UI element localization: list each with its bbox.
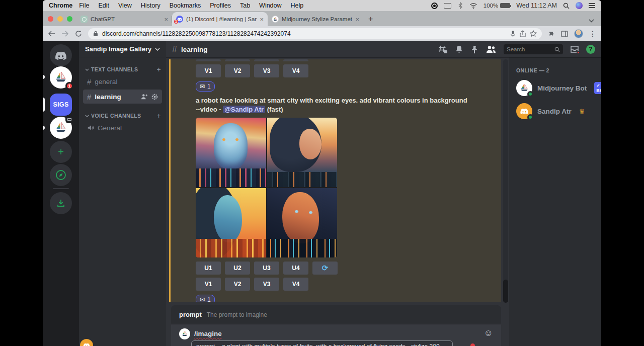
envelope-reaction[interactable]: ✉ 1 xyxy=(196,81,215,92)
discord-home-button[interactable] xyxy=(50,44,72,66)
server-header[interactable]: Sandip Image Gallery Se... xyxy=(79,41,166,57)
screen-record-icon[interactable] xyxy=(431,3,438,9)
search-input[interactable] xyxy=(507,46,552,52)
create-channel-button[interactable]: + xyxy=(156,112,161,120)
spotlight-icon[interactable] xyxy=(563,3,570,9)
browser-menu-kebab-icon[interactable]: ⋮ xyxy=(589,30,596,38)
fullscreen-window-button[interactable] xyxy=(67,16,72,22)
emoji-picker-button[interactable]: ☺ xyxy=(484,328,493,337)
inbox-button[interactable] xyxy=(570,45,579,53)
browser-profile-avatar[interactable] xyxy=(574,29,583,38)
option-value[interactable]: a plant with multiple types of fruits, w… xyxy=(222,343,439,346)
grid-image-2[interactable] xyxy=(267,118,338,187)
member-row-midjourney-bot[interactable]: Midjourney Bot ✓ BOT xyxy=(516,79,597,97)
add-server-button[interactable]: + xyxy=(50,141,72,163)
v4-button[interactable]: V4 xyxy=(283,278,308,291)
sidebar-channel-general[interactable]: # general xyxy=(83,74,162,89)
control-center-icon[interactable] xyxy=(589,3,595,8)
side-panel-icon[interactable] xyxy=(561,31,568,37)
close-icon[interactable]: × xyxy=(355,16,359,23)
sidebar-channel-learning[interactable]: # learning xyxy=(83,90,162,104)
menu-window[interactable]: Window xyxy=(259,2,281,9)
search-box[interactable] xyxy=(504,44,563,54)
explore-servers-button[interactable] xyxy=(50,164,72,186)
notifications-bell-icon[interactable] xyxy=(455,45,463,54)
help-button[interactable]: ? xyxy=(586,45,595,54)
bookmark-star-icon[interactable] xyxy=(530,30,537,37)
bluetooth-icon[interactable] xyxy=(457,2,463,9)
prompt-option-field[interactable]: prompt a plant with multiple types of fr… xyxy=(191,340,453,346)
menu-app-name[interactable]: Chrome xyxy=(49,2,72,9)
tab-search-chevron-icon[interactable] xyxy=(589,19,594,23)
gear-icon[interactable] xyxy=(151,94,158,100)
chat-messages-area[interactable]: V1 V2 V3 V4 ✉ 1 xyxy=(166,57,509,346)
back-icon[interactable] xyxy=(48,31,55,37)
pinned-messages-icon[interactable] xyxy=(470,45,478,54)
close-window-button[interactable] xyxy=(48,16,53,22)
midjourney-image-grid[interactable] xyxy=(196,118,337,257)
v2-button[interactable]: V2 xyxy=(225,278,250,291)
extensions-puzzle-icon[interactable] xyxy=(548,30,555,37)
u2-button[interactable]: U2 xyxy=(225,262,250,275)
v3-button[interactable]: V3 xyxy=(254,278,279,291)
menu-edit[interactable]: Edit xyxy=(98,2,109,9)
v1-button[interactable]: V1 xyxy=(196,278,221,291)
invite-people-icon[interactable] xyxy=(141,94,148,100)
slash-command-autocomplete[interactable]: prompt The prompt to imagine xyxy=(171,305,501,324)
tab-chatgpt[interactable]: ChatGPT × xyxy=(76,12,172,26)
menu-profiles[interactable]: Profiles xyxy=(210,2,231,9)
close-icon[interactable]: × xyxy=(164,16,168,23)
grid-image-4[interactable] xyxy=(267,188,338,257)
new-tab-button[interactable]: + xyxy=(368,15,373,24)
text-channels-section[interactable]: TEXT CHANNELS + xyxy=(79,65,166,73)
download-apps-button[interactable] xyxy=(50,192,72,214)
member-row-sandip-atr[interactable]: Sandip Atr ♛ xyxy=(516,103,597,120)
menu-help[interactable]: Help xyxy=(291,2,304,9)
server-sailboat-1[interactable]: 1 xyxy=(50,66,72,89)
chat-scrollbar-track[interactable] xyxy=(503,59,508,303)
grid-image-3[interactable] xyxy=(196,188,266,257)
slash-command-text[interactable]: /imagine xyxy=(194,330,222,337)
envelope-reaction[interactable]: ✉ 1 xyxy=(196,295,215,302)
voice-channels-section[interactable]: VOICE CHANNELS + xyxy=(79,112,166,120)
menu-view[interactable]: View xyxy=(118,2,132,9)
tab-discord[interactable]: 1 (1) Discord | #learning | Sandi × xyxy=(172,12,268,26)
siri-icon[interactable] xyxy=(576,2,583,9)
wifi-icon[interactable] xyxy=(469,3,477,9)
share-icon[interactable] xyxy=(520,30,526,37)
message-input-bar[interactable]: /imagine ☺ prompt a plant with multiple … xyxy=(171,324,501,346)
v2-button[interactable]: V2 xyxy=(225,64,250,77)
u4-button[interactable]: U4 xyxy=(283,262,308,275)
menu-file[interactable]: File xyxy=(79,2,89,9)
microphone-icon[interactable] xyxy=(510,30,516,37)
v1-button[interactable]: V1 xyxy=(196,64,221,77)
url-text[interactable]: discord.com/channels/1128282250098778123… xyxy=(102,30,506,37)
battery-indicator[interactable]: 100% xyxy=(484,3,510,9)
u1-button[interactable]: U1 xyxy=(196,262,221,275)
sidebar-voice-general[interactable]: General xyxy=(83,121,162,135)
reroll-button[interactable]: ⟳ xyxy=(312,262,338,275)
member-list-icon[interactable] xyxy=(486,45,497,53)
tab-midjourney-docs[interactable]: Midjourney Stylize Parameter × xyxy=(268,12,363,26)
server-sailboat-2[interactable] xyxy=(50,117,72,139)
menubar-clock[interactable]: Wed 11:12 AM xyxy=(516,2,557,9)
minimize-window-button[interactable] xyxy=(57,16,63,22)
forward-icon[interactable] xyxy=(61,31,69,37)
v4-button[interactable]: V4 xyxy=(283,64,308,77)
u3-button[interactable]: U3 xyxy=(254,262,279,275)
menu-tab[interactable]: Tab xyxy=(240,2,250,9)
address-bar[interactable]: discord.com/channels/1128282250098778123… xyxy=(88,28,542,39)
menu-history[interactable]: History xyxy=(141,2,160,9)
screen-mirroring-icon[interactable] xyxy=(444,3,451,9)
threads-icon[interactable] xyxy=(438,45,448,54)
chat-scrollbar-thumb[interactable] xyxy=(503,280,508,303)
v3-button[interactable]: V3 xyxy=(254,64,279,77)
close-icon[interactable]: × xyxy=(260,16,264,23)
menu-bookmarks[interactable]: Bookmarks xyxy=(170,2,201,9)
refresh-icon[interactable] xyxy=(75,30,82,37)
grid-image-1[interactable] xyxy=(196,118,266,187)
server-sigs[interactable]: SIGS xyxy=(50,94,72,116)
user-panel-avatar[interactable] xyxy=(80,339,93,346)
create-channel-button[interactable]: + xyxy=(156,65,161,73)
user-mention[interactable]: @Sandip Atr xyxy=(223,106,265,113)
